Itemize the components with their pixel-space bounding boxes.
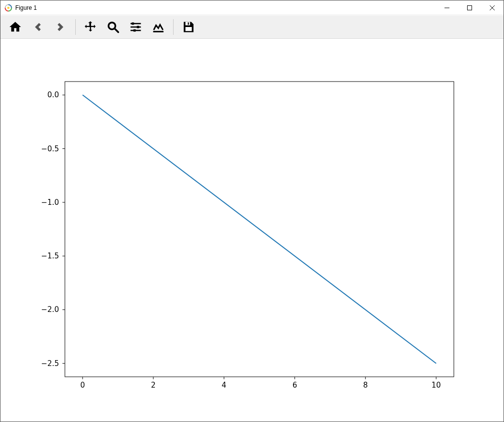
configure-icon [129, 20, 143, 34]
zoom-icon [106, 20, 120, 34]
svg-rect-4 [132, 23, 134, 25]
svg-rect-7 [185, 22, 190, 26]
zoom-button[interactable] [102, 17, 124, 37]
ytick-host: 0.0−0.5−1.0−1.5−2.0−2.5 [0, 39, 59, 422]
toolbar-separator [75, 19, 76, 35]
xtick-label: 2 [151, 381, 156, 390]
ytick-label: −2.5 [41, 359, 59, 368]
svg-rect-9 [185, 27, 192, 31]
plot-canvas[interactable]: 0.0−0.5−1.0−1.5−2.0−2.5 0246810 [0, 39, 504, 422]
ytick-label: −2.0 [41, 305, 59, 314]
configure-subplots-button[interactable] [125, 17, 147, 37]
minimize-button[interactable] [436, 0, 458, 15]
forward-button[interactable] [50, 17, 71, 37]
ytick-label: −0.5 [41, 144, 59, 153]
xtick-host: 0246810 [0, 381, 504, 391]
pan-icon [84, 20, 97, 34]
xtick-label: 4 [222, 381, 227, 390]
xtick-label: 6 [293, 381, 297, 390]
xtick-label: 0 [80, 381, 85, 390]
toolbar-separator [173, 19, 174, 35]
save-icon [181, 20, 195, 34]
titlebar: Figure 1 [0, 0, 504, 15]
back-button[interactable] [27, 17, 49, 37]
save-button[interactable] [178, 17, 199, 37]
xtick-label: 10 [431, 381, 441, 390]
svg-point-1 [7, 6, 10, 9]
xtick-label: 8 [363, 381, 368, 390]
pan-button[interactable] [80, 17, 101, 37]
home-button[interactable] [4, 17, 26, 37]
svg-rect-6 [133, 29, 136, 32]
svg-rect-5 [137, 26, 139, 28]
app-icon [4, 4, 12, 12]
svg-rect-2 [468, 5, 472, 10]
maximize-button[interactable] [458, 0, 481, 15]
back-icon [31, 20, 45, 34]
plot-svg [0, 39, 504, 422]
forward-icon [54, 20, 67, 34]
ytick-label: −1.5 [41, 252, 59, 260]
window-title: Figure 1 [15, 4, 37, 11]
home-icon [8, 20, 22, 34]
ytick-label: −1.0 [41, 198, 59, 207]
edit-axis-button[interactable] [148, 17, 169, 37]
close-button[interactable] [481, 0, 504, 15]
edit-icon [151, 20, 165, 34]
ytick-label: 0.0 [47, 90, 59, 99]
svg-rect-8 [188, 23, 189, 25]
matplotlib-toolbar [0, 15, 504, 39]
